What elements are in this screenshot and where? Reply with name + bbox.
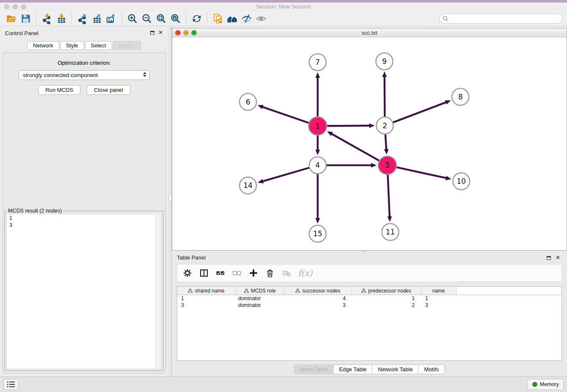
open-session-button[interactable] [4,12,19,25]
svg-text:6: 6 [246,98,250,106]
memory-label: Memory [540,381,559,387]
panel-divider[interactable] [168,26,172,377]
edge-1-4[interactable] [315,135,320,155]
node-15[interactable]: 15 [309,225,326,242]
column-header-predecessor-nodes[interactable]: predecessor nodes [352,287,421,295]
column-header-filler [457,287,561,295]
edge-4-14[interactable] [258,168,309,183]
zoom-fit-button[interactable] [154,12,168,25]
control-panel-header: Control Panel [0,26,168,40]
import-network-button[interactable] [40,12,54,25]
memory-button[interactable]: Memory [528,379,564,390]
node-3[interactable]: 3 [378,156,396,174]
table-cell[interactable]: dominator [236,295,284,301]
home-button[interactable] [225,12,239,25]
edge-1-6[interactable] [258,105,309,123]
search-box [439,14,563,24]
table-cell[interactable]: 4 [284,295,352,301]
svg-text:14: 14 [243,181,253,190]
save-session-button[interactable] [19,12,33,25]
optimization-criterion-label: Optimization criterion: [3,60,165,66]
svg-text:15: 15 [313,229,322,238]
divider-grip[interactable] [168,194,172,201]
edge-4-3[interactable] [327,163,377,168]
export-image-button[interactable] [104,12,118,25]
split-panel-button[interactable] [199,268,209,278]
table-cell[interactable]: 3 [177,302,236,308]
column-header-successor-nodes[interactable]: successor nodes [284,287,352,295]
table-row: 3dominator323 [177,302,561,309]
edge-1-7[interactable] [315,72,320,116]
float-table-panel-icon[interactable] [547,256,551,260]
zoom-in-button[interactable] [125,12,140,25]
edge-2-3[interactable] [384,135,389,155]
result-scrollbar[interactable] [155,215,161,368]
svg-text:3: 3 [385,161,390,169]
zoom-selected-button[interactable] [168,12,183,25]
create-column-button[interactable] [248,268,259,278]
tab-network-table[interactable]: Network Table [372,364,418,374]
tab-node-table[interactable]: Node Table [294,364,334,374]
close-table-panel-icon[interactable] [556,255,560,261]
table-cell[interactable]: 3 [421,302,457,308]
table-cell[interactable]: 3 [284,302,352,308]
edge-3-10[interactable] [396,167,451,180]
edge-2-8[interactable] [393,100,451,122]
node-1[interactable]: 1 [308,117,327,135]
tab-edge-table[interactable]: Edge Table [333,364,372,374]
node-14[interactable]: 14 [239,177,256,194]
close-panel-button[interactable]: Close panel [87,85,130,95]
edge-2-9[interactable] [382,72,387,117]
tab-select[interactable]: Select [85,41,112,50]
network-canvas[interactable]: 7968124314101511 [172,38,567,250]
task-history-button[interactable] [3,379,19,390]
delete-columns-button[interactable] [265,268,275,278]
tab-motifs[interactable]: Motifs [418,364,445,374]
show-all-columns-button[interactable] [215,268,226,278]
table-cell[interactable]: dominator [236,302,284,308]
ndex-documents-button[interactable] [211,12,225,25]
edge-3-11[interactable] [387,175,392,222]
table-settings-button[interactable] [182,268,193,278]
workspace: Control Panel NetworkStyleSelectMCDS Opt… [0,26,567,377]
column-header-name[interactable]: name [421,287,457,295]
tab-network[interactable]: Network [27,41,59,50]
zoom-out-button[interactable] [140,12,154,25]
column-sort-icon [188,289,193,293]
export-table-button[interactable] [90,12,104,25]
export-network-button[interactable] [75,12,90,25]
edge-3-1[interactable] [327,131,379,160]
tab-mcds[interactable]: MCDS [113,41,141,50]
optimization-criterion-value: strongly connected component [23,72,98,78]
import-table-button[interactable] [54,12,69,25]
node-11[interactable]: 11 [382,224,399,240]
node-10[interactable]: 10 [453,173,470,190]
float-panel-icon[interactable] [150,31,154,35]
column-header-shared-name[interactable]: shared name [177,287,236,295]
close-panel-icon[interactable] [158,30,163,36]
table-cell[interactable]: 1 [421,295,457,301]
node-6[interactable]: 6 [239,94,256,110]
optimization-criterion-select[interactable]: strongly connected component [19,70,150,80]
table-cell[interactable]: 1 [352,295,421,301]
search-input[interactable] [439,14,563,24]
edge-4-15[interactable] [315,174,320,224]
apply-layout-button[interactable] [190,12,204,25]
table-cell[interactable]: 2 [352,302,421,308]
delete-table-button [281,268,292,278]
table-cell[interactable]: 1 [177,295,236,301]
column-header-mcds-role[interactable]: MCDS role [236,287,284,295]
node-9[interactable]: 9 [376,53,393,70]
table-tabs: Node TableEdge TableNetwork TableMotifs [172,364,567,374]
node-8[interactable]: 8 [452,88,469,105]
node-2[interactable]: 2 [376,117,393,134]
run-mcds-button[interactable]: Run MCDS [38,85,80,95]
svg-text:4: 4 [315,161,320,169]
hide-graphics-button[interactable] [239,12,254,25]
node-4[interactable]: 4 [309,157,326,174]
tab-style[interactable]: Style [60,41,84,50]
node-7[interactable]: 7 [309,54,326,71]
hide-all-columns-button[interactable] [232,268,242,278]
mcds-result-text[interactable]: 13 [7,215,161,368]
edge-1-2[interactable] [327,123,374,128]
